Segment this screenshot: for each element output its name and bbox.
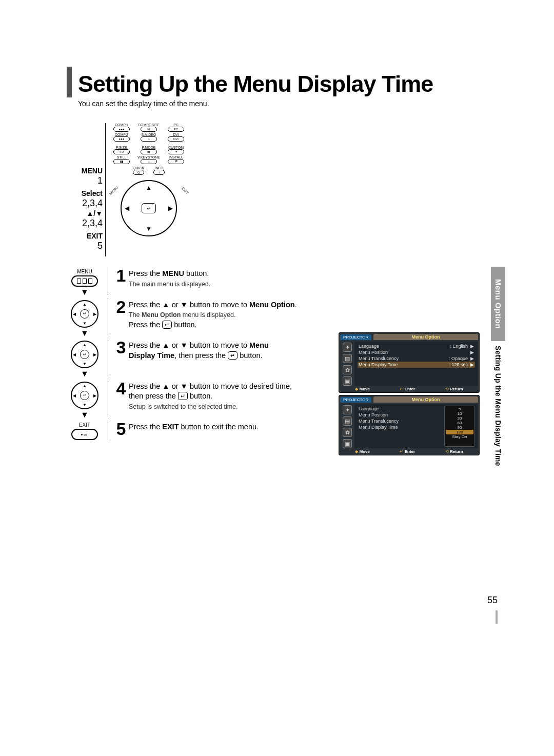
- chevron-down-icon: ▼: [81, 290, 89, 295]
- osd-row: Menu Display Time: 120 sec ▶: [358, 362, 475, 368]
- osd-picture-icon: ✦: [343, 343, 352, 352]
- remote-btn-composite: COMPOSITE: [138, 123, 160, 127]
- page-number-bar: [496, 610, 498, 624]
- osd-row: Language: [358, 406, 442, 412]
- remote-label-menu: MENU: [82, 167, 103, 175]
- step-number: 1: [113, 267, 129, 295]
- remote-btn-install: INSTALL: [169, 155, 183, 159]
- remote-label-select: Select: [82, 189, 103, 197]
- remote-dpad: ▲ ▼ ◀ ▶ ↵: [121, 180, 177, 236]
- dpad-icon: ▲▼◀▶ ↵: [71, 382, 98, 409]
- dpad-icon: ▲▼◀▶ ↵: [71, 300, 98, 328]
- osd-row: Menu Translucency: [358, 418, 442, 424]
- osd-info-icon: ▣: [343, 376, 352, 386]
- osd-picture-icon: ✦: [343, 405, 352, 414]
- osd-option-icon: ▤: [343, 354, 352, 363]
- title-accent-bar: [67, 67, 72, 97]
- enter-icon: ↵: [142, 203, 156, 213]
- remote-label-updown: ▲/▼: [86, 209, 103, 217]
- remote-btn-psize: P.SIZE: [116, 146, 127, 149]
- osd-row: Language: English ▶: [358, 343, 475, 349]
- osd-title: Menu Option: [373, 396, 478, 403]
- remote-btn-comp1: COMP.1: [115, 123, 128, 127]
- osd-row: Menu Position ▶: [358, 349, 475, 355]
- remote-label-exit-num: 5: [69, 241, 103, 252]
- exit-button-icon: EXIT •⫤: [70, 422, 99, 440]
- enter-icon: ↵: [178, 392, 188, 400]
- osd-option: 60: [446, 421, 473, 425]
- osd-setup-icon: ✿: [343, 428, 352, 437]
- remote-label-exit: EXIT: [87, 232, 103, 240]
- menu-button-icon: MENU: [70, 269, 99, 287]
- remote-label-menu-num: 1: [69, 175, 103, 187]
- osd-row: Menu Position: [358, 412, 442, 418]
- osd-row: Menu Display Time: [358, 424, 442, 430]
- remote-btn-info: INFO: [155, 166, 164, 170]
- osd-info-icon: ▣: [343, 439, 352, 448]
- remote-btn-quick: QUICK: [133, 166, 144, 170]
- osd-option: Stay On: [446, 434, 473, 439]
- exit-icon-label: EXIT: [79, 422, 90, 428]
- remote-exit-label-icon: EXIT: [181, 187, 189, 195]
- arrow-left-icon: ◀: [125, 205, 129, 212]
- arrow-right-icon: ▶: [168, 205, 173, 212]
- step-number: 2: [113, 298, 129, 336]
- enter-icon: ↵: [162, 321, 172, 329]
- dpad-icon: ▲▼◀▶ ↵: [71, 341, 98, 368]
- osd-option-icon: ▤: [343, 416, 352, 426]
- remote-label-updown-num: 2,3,4: [69, 218, 103, 229]
- step-2: ▲▼◀▶ ↵ ▼ 2 Press the ▲ or ▼ button to mo…: [67, 298, 333, 336]
- step-number: 3: [113, 339, 129, 376]
- step-1: MENU ▼ 1 Press the MENU button. The main…: [67, 267, 333, 295]
- arrow-up-icon: ▲: [146, 184, 152, 191]
- osd-option: 30: [446, 416, 473, 421]
- remote-label-select-num: 2,3,4: [69, 198, 103, 209]
- steps-list: MENU ▼ 1 Press the MENU button. The main…: [67, 267, 333, 443]
- remote-btn-pc: PC: [173, 123, 179, 127]
- step-number: 4: [113, 380, 129, 417]
- page-number: 55: [487, 595, 498, 606]
- remote-btn-custom: CUSTOM: [168, 146, 184, 149]
- osd-setup-icon: ✿: [343, 365, 352, 374]
- step-3: ▲▼◀▶ ↵ ▼ 3 Press the ▲ or ▼ button to mo…: [67, 339, 333, 376]
- osd-screenshot-2: PROJECTOR Menu Option ✦ ▤ ✿ ▣ LanguageMe…: [339, 395, 480, 455]
- step-5: EXIT •⫤ 5 Press the EXIT button to exit …: [67, 420, 333, 440]
- chevron-down-icon: ▼: [81, 412, 89, 417]
- remote-diagram: MENU 1 Select 2,3,4 ▲/▼ 2,3,4 EXIT 5 COM…: [74, 123, 197, 256]
- remote-btn-pmode: P.MODE: [142, 146, 156, 149]
- osd-option: 90: [446, 425, 473, 430]
- chevron-down-icon: ▼: [81, 371, 89, 376]
- osd-title: Menu Option: [373, 334, 478, 340]
- osd-option: 10: [446, 411, 473, 416]
- step-number: 5: [113, 420, 129, 440]
- osd-option: 120: [446, 430, 473, 434]
- remote-btn-svideo: S-VIDEO: [142, 133, 156, 136]
- osd-option: 5: [446, 407, 473, 411]
- side-tab-category: Menu Option: [491, 267, 505, 341]
- side-tab-title: Setting Up the Menu Display Time: [491, 344, 505, 466]
- arrow-down-icon: ▼: [146, 225, 152, 232]
- osd-screenshot-1: PROJECTOR Menu Option ✦ ▤ ✿ ▣ Language: …: [339, 332, 480, 393]
- remote-btn-vkeystone: V.KEYSTONE: [137, 155, 160, 159]
- remote-btn-comp2: COMP.2: [115, 133, 128, 136]
- remote-btn-still: STILL: [117, 155, 127, 159]
- page-subtitle: You can set the display time of the menu…: [78, 100, 487, 108]
- step-4: ▲▼◀▶ ↵ ▼ 4 Press the ▲ or ▼ button to mo…: [67, 380, 333, 417]
- page-title: Setting Up the Menu Display Time: [78, 71, 433, 97]
- chevron-down-icon: ▼: [81, 331, 89, 336]
- osd-row: Menu Translucency: Opaque ▶: [358, 355, 475, 362]
- enter-icon: ↵: [228, 351, 238, 360]
- side-tab: Menu Option Setting Up the Menu Display …: [491, 267, 505, 487]
- remote-btn-dvi: DVI: [173, 133, 179, 136]
- remote-menu-label-icon: MENU: [109, 186, 119, 196]
- menu-icon-label: MENU: [77, 269, 92, 274]
